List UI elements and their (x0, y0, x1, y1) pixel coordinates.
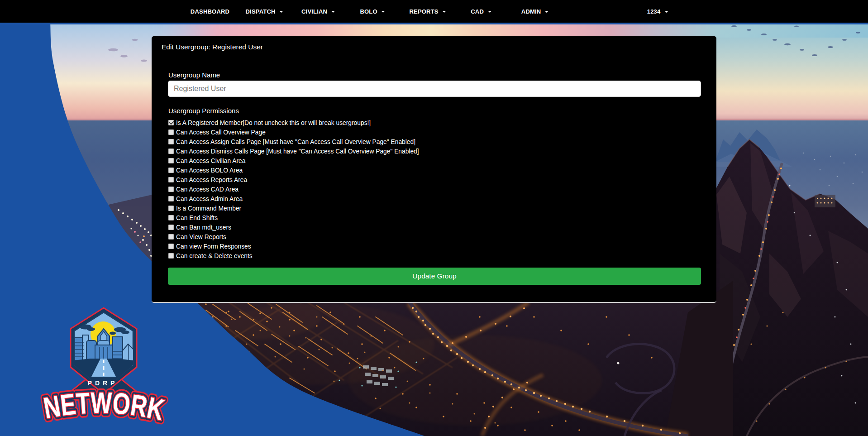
svg-text:PDRP: PDRP (88, 379, 118, 387)
